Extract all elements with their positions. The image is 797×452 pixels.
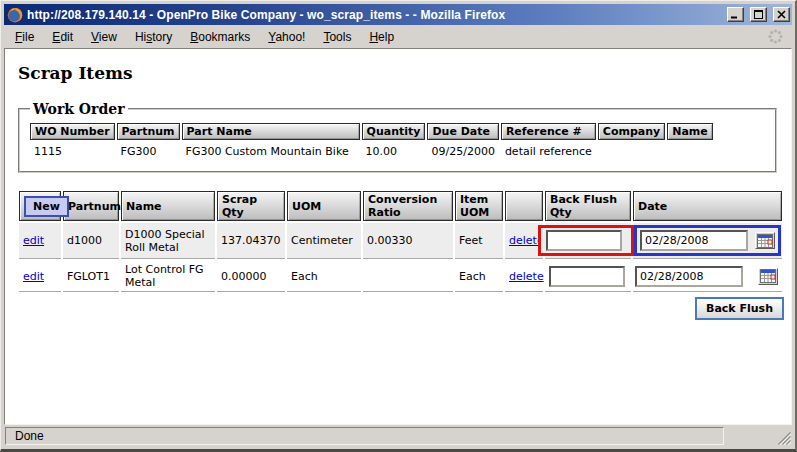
scrap-header-row: New Partnum Name Scrap Qty UOM Conversio… — [19, 191, 782, 221]
menu-view[interactable]: View — [82, 27, 126, 47]
uom-cell: Each — [287, 261, 361, 292]
date-input[interactable] — [640, 230, 748, 251]
wo-header-name: Name — [667, 123, 713, 140]
header-scrap-qty: Scrap Qty — [217, 191, 285, 221]
delete-cell: delete — [505, 261, 543, 292]
header-back-flush-qty: Back Flush Qty — [545, 191, 631, 221]
header-partnum: Partnum — [63, 191, 119, 221]
wo-name-cell — [667, 142, 713, 161]
date-picker-button[interactable] — [755, 232, 775, 249]
menu-bar: File Edit View History Bookmarks Yahoo! … — [4, 25, 792, 48]
close-icon — [777, 10, 786, 19]
work-order-row: 1115 FG300 FG300 Custom Mountain Bike 10… — [30, 142, 713, 161]
conversion-ratio-cell: 0.00330 — [363, 223, 453, 259]
scrap-row-d1000: edit d1000 D1000 Special Roll Metal 137.… — [19, 223, 782, 259]
date-cell — [633, 261, 782, 292]
maximize-button[interactable] — [750, 7, 767, 22]
page-title: Scrap Items — [18, 63, 779, 83]
resize-grip[interactable] — [724, 427, 792, 445]
status-bar: Done — [4, 425, 792, 446]
wo-header-reference: Reference # — [501, 123, 596, 140]
name-cell: D1000 Special Roll Metal — [121, 223, 215, 259]
back-flush-qty-cell — [545, 223, 631, 259]
wo-reference-cell: detail reference — [501, 142, 596, 161]
scrap-qty-cell: 137.04370 — [217, 223, 285, 259]
maximize-icon — [754, 10, 763, 19]
item-uom-cell: Each — [455, 261, 503, 292]
wo-header-wo-number: WO Number — [30, 123, 115, 140]
wo-header-company: Company — [598, 123, 665, 140]
header-conversion-ratio: Conversion Ratio — [363, 191, 453, 221]
wo-header-quantity: Quantity — [362, 123, 426, 140]
wo-partnum-cell: FG300 — [117, 142, 180, 161]
date-cell — [633, 223, 782, 259]
delete-link[interactable]: delete — [509, 270, 544, 283]
menu-edit[interactable]: Edit — [43, 27, 82, 47]
window-title: http://208.179.140.14 - OpenPro Bike Com… — [27, 8, 721, 22]
back-flush-qty-input[interactable] — [546, 230, 622, 251]
uom-cell: Centimeter — [287, 223, 361, 259]
partnum-cell: FGLOT1 — [63, 261, 119, 292]
calendar-icon — [757, 234, 773, 248]
edit-link[interactable]: edit — [23, 270, 44, 283]
menu-bookmarks[interactable]: Bookmarks — [181, 27, 259, 47]
back-flush-button[interactable]: Back Flush — [695, 297, 784, 320]
header-uom: UOM — [287, 191, 361, 221]
work-order-legend: Work Order — [30, 101, 128, 117]
new-header-cell: New — [19, 191, 61, 221]
back-flush-qty-input[interactable] — [549, 266, 625, 287]
scrap-items-table: New Partnum Name Scrap Qty UOM Conversio… — [17, 189, 784, 294]
red-highlight-box — [538, 225, 634, 256]
date-picker-button[interactable] — [758, 268, 778, 285]
minimize-icon — [731, 10, 740, 19]
work-order-fieldset: Work Order WO Number Partnum Part Name Q… — [18, 101, 777, 173]
blue-highlight-box — [634, 225, 781, 256]
header-name: Name — [121, 191, 215, 221]
name-cell: Lot Control FG Metal — [121, 261, 215, 292]
new-button[interactable]: New — [24, 196, 69, 217]
item-uom-cell: Feet — [455, 223, 503, 259]
menu-tools[interactable]: Tools — [314, 27, 360, 47]
back-flush-qty-cell — [545, 261, 631, 292]
menu-history[interactable]: History — [126, 27, 181, 47]
wo-header-due-date: Due Date — [427, 123, 498, 140]
partnum-cell: d1000 — [63, 223, 119, 259]
header-item-uom: Item UOM — [455, 191, 503, 221]
calendar-icon — [760, 269, 776, 283]
browser-window: http://208.179.140.14 - OpenPro Bike Com… — [0, 0, 797, 452]
wo-number-cell: 1115 — [30, 142, 115, 161]
wo-header-part-name: Part Name — [182, 123, 360, 140]
menu-file[interactable]: File — [6, 27, 43, 47]
wo-quantity-cell: 10.00 — [362, 142, 426, 161]
header-date: Date — [633, 191, 782, 221]
wo-company-cell — [598, 142, 665, 161]
edit-cell: edit — [19, 223, 61, 259]
status-panel: Done — [5, 427, 724, 445]
edit-cell: edit — [19, 261, 61, 292]
work-order-header-row: WO Number Partnum Part Name Quantity Due… — [30, 123, 713, 140]
edit-link[interactable]: edit — [23, 234, 44, 247]
wo-due-date-cell: 09/25/2000 — [427, 142, 498, 161]
firefox-icon — [7, 7, 23, 23]
browser-content: Scrap Items Work Order WO Number Partnum… — [4, 48, 792, 425]
throbber-icon — [767, 28, 784, 48]
scrap-qty-cell: 0.00000 — [217, 261, 285, 292]
header-blank — [505, 191, 543, 221]
menu-yahoo[interactable]: Yahoo! — [259, 27, 314, 47]
wo-header-partnum: Partnum — [117, 123, 180, 140]
menu-help[interactable]: Help — [360, 27, 403, 47]
conversion-ratio-cell — [363, 261, 453, 292]
close-button[interactable] — [773, 7, 790, 22]
back-flush-row: Back Flush — [17, 297, 784, 320]
status-text: Done — [15, 429, 44, 443]
wo-part-name-cell: FG300 Custom Mountain Bike — [182, 142, 360, 161]
minimize-button[interactable] — [727, 7, 744, 22]
scrap-row-fglot1: edit FGLOT1 Lot Control FG Metal 0.00000… — [19, 261, 782, 292]
title-bar: http://208.179.140.14 - OpenPro Bike Com… — [4, 4, 792, 25]
work-order-table: WO Number Partnum Part Name Quantity Due… — [28, 121, 715, 163]
date-input[interactable] — [635, 266, 743, 287]
